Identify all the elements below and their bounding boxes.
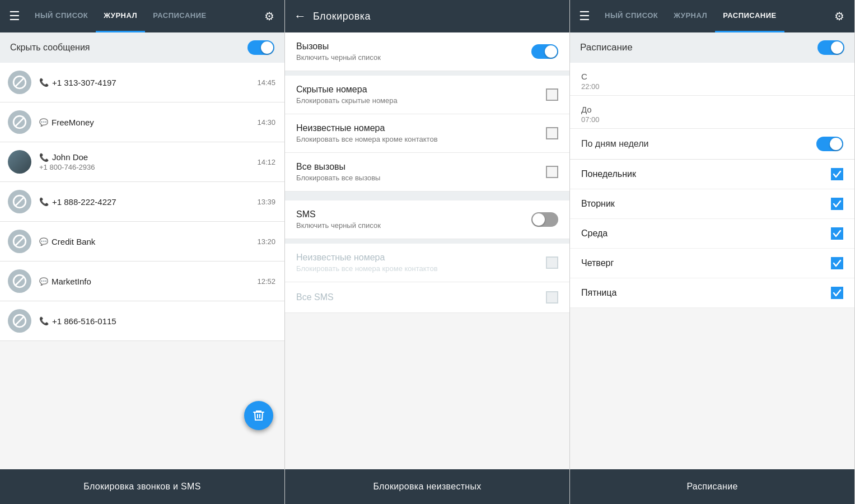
hidden-numbers-checkbox[interactable] bbox=[546, 88, 558, 101]
tab-journal-3[interactable]: ЖУРНАЛ bbox=[666, 0, 715, 32]
hide-messages-label: Скрыть сообщения bbox=[10, 43, 90, 53]
item-sub: +1 800-746-2936 bbox=[39, 163, 249, 171]
all-sms-checkbox[interactable] bbox=[546, 291, 558, 304]
friday-checkbox[interactable] bbox=[831, 287, 843, 299]
day-name-wednesday: Среда bbox=[581, 228, 608, 239]
section-sms[interactable]: SMS Включить черный список bbox=[285, 200, 569, 239]
section-hidden-title: Скрытые номера bbox=[296, 85, 398, 95]
section-unknown-numbers[interactable]: Неизвестные номера Блокировать все номер… bbox=[285, 114, 569, 153]
calls-toggle[interactable] bbox=[531, 44, 558, 59]
svg-line-3 bbox=[15, 118, 24, 126]
item-time: 13:39 bbox=[257, 198, 275, 206]
day-row-friday[interactable]: Пятница bbox=[570, 278, 854, 308]
item-info: 📞 John Doe +1 800-746-2936 bbox=[39, 152, 249, 171]
list-item[interactable]: 📞 +1 313-307-4197 14:45 bbox=[0, 63, 284, 102]
phone-icon: 📞 bbox=[39, 153, 49, 162]
bottombar-2: Блокировка неизвестных bbox=[285, 469, 569, 504]
phone-icon: 📞 bbox=[39, 316, 49, 325]
panel-blocklist: ☰ НЫЙ СПИСОК ЖУРНАЛ РАСПИСАНИЕ ⚙ Скрыть … bbox=[0, 0, 285, 504]
phone-icon: 📞 bbox=[39, 78, 49, 87]
tab-schedule-1[interactable]: РАСПИСАНИЕ bbox=[145, 0, 214, 32]
section-sms-unknown[interactable]: Неизвестные номера Блокировать все номер… bbox=[285, 244, 569, 282]
list-item[interactable]: 💬 Credit Bank 13:20 bbox=[0, 222, 284, 262]
menu-icon-3[interactable]: ☰ bbox=[577, 7, 592, 26]
thursday-checkbox[interactable] bbox=[831, 257, 843, 269]
block-icon bbox=[8, 110, 31, 134]
tab-list-3[interactable]: НЫЙ СПИСОК bbox=[597, 0, 666, 32]
wednesday-checkbox[interactable] bbox=[831, 227, 843, 240]
tab-schedule-3[interactable]: РАСПИСАНИЕ bbox=[715, 0, 784, 32]
item-name: 📞 +1 888-222-4227 bbox=[39, 197, 249, 207]
item-name: 📞 John Doe bbox=[39, 152, 249, 162]
section-calls-title: Вызовы bbox=[296, 41, 381, 52]
sms-icon: 💬 bbox=[39, 277, 48, 286]
svg-line-5 bbox=[15, 197, 24, 206]
list-item[interactable]: 📞 +1 888-222-4227 13:39 bbox=[0, 182, 284, 222]
item-time: 13:20 bbox=[257, 237, 275, 246]
weekdays-toggle[interactable] bbox=[816, 137, 843, 151]
svg-line-9 bbox=[15, 277, 24, 285]
svg-line-1 bbox=[15, 78, 24, 86]
day-row-wednesday[interactable]: Среда bbox=[570, 219, 854, 249]
sms-toggle[interactable] bbox=[531, 212, 558, 227]
section-all-calls[interactable]: Все вызовы Блокировать все вызовы bbox=[285, 153, 569, 192]
block-icon bbox=[8, 309, 31, 333]
topbar-1: ☰ НЫЙ СПИСОК ЖУРНАЛ РАСПИСАНИЕ ⚙ bbox=[0, 0, 284, 32]
item-info: 💬 FreeMoney bbox=[39, 118, 249, 127]
all-calls-checkbox[interactable] bbox=[546, 166, 558, 178]
day-row-monday[interactable]: Понедельник bbox=[570, 160, 854, 189]
by-weekdays-label: По дням недели bbox=[581, 139, 648, 149]
panel1-scroll[interactable]: Скрыть сообщения 📞 +1 313-307-4197 14:45 bbox=[0, 32, 284, 469]
block-icon bbox=[8, 269, 31, 293]
to-time: 07:00 bbox=[581, 115, 843, 124]
monday-checkbox[interactable] bbox=[831, 168, 843, 180]
day-row-thursday[interactable]: Четверг bbox=[570, 249, 854, 278]
item-name: 💬 FreeMoney bbox=[39, 118, 249, 127]
gear-icon-3[interactable]: ⚙ bbox=[831, 7, 848, 25]
item-info: 📞 +1 888-222-4227 bbox=[39, 197, 249, 207]
section-all-sms[interactable]: Все SMS bbox=[285, 282, 569, 313]
section-calls-text: Вызовы Включить черный список bbox=[296, 41, 381, 62]
svg-line-7 bbox=[15, 237, 24, 245]
menu-icon-1[interactable]: ☰ bbox=[7, 7, 22, 26]
unknown-numbers-checkbox[interactable] bbox=[546, 127, 558, 139]
day-row-tuesday[interactable]: Вторник bbox=[570, 189, 854, 219]
tab-journal-1[interactable]: ЖУРНАЛ bbox=[96, 0, 145, 32]
block-icon bbox=[8, 71, 31, 94]
section-all-calls-title: Все вызовы bbox=[296, 162, 380, 172]
back-icon[interactable]: ← bbox=[292, 7, 309, 26]
list-item[interactable]: 💬 FreeMoney 14:30 bbox=[0, 102, 284, 142]
list-item[interactable]: 💬 MarketInfo 12:52 bbox=[0, 262, 284, 301]
from-time-section[interactable]: С 22:00 bbox=[570, 63, 854, 96]
section-hidden-numbers[interactable]: Скрытые номера Блокировать скрытые номер… bbox=[285, 76, 569, 114]
panel2-title: Блокировка bbox=[313, 11, 563, 22]
topbar-3: ☰ НЫЙ СПИСОК ЖУРНАЛ РАСПИСАНИЕ ⚙ bbox=[570, 0, 854, 32]
panel1-content-wrapper: Скрыть сообщения 📞 +1 313-307-4197 14:45 bbox=[0, 32, 284, 469]
fab-delete[interactable] bbox=[244, 401, 273, 430]
hide-messages-toggle[interactable] bbox=[247, 40, 274, 55]
panel-schedule: ☰ НЫЙ СПИСОК ЖУРНАЛ РАСПИСАНИЕ ⚙ Расписа… bbox=[570, 0, 855, 504]
tuesday-checkbox[interactable] bbox=[831, 198, 843, 210]
item-name: 📞 +1 313-307-4197 bbox=[39, 78, 249, 87]
section-all-sms-text: Все SMS bbox=[296, 292, 334, 302]
section-calls[interactable]: Вызовы Включить черный список bbox=[285, 32, 569, 71]
section-all-calls-text: Все вызовы Блокировать все вызовы bbox=[296, 162, 380, 182]
section-unknown-sub: Блокировать все номера кроме контактов bbox=[296, 135, 438, 143]
section-sms-unknown-title: Неизвестные номера bbox=[296, 253, 438, 263]
schedule-toggle[interactable] bbox=[817, 40, 844, 55]
from-time: 22:00 bbox=[581, 82, 843, 91]
gear-icon-1[interactable]: ⚙ bbox=[261, 7, 278, 25]
block-icon bbox=[8, 230, 31, 253]
day-name-monday: Понедельник bbox=[581, 169, 636, 179]
item-time: 14:12 bbox=[257, 158, 275, 166]
item-time: 14:30 bbox=[257, 118, 275, 127]
day-name-tuesday: Вторник bbox=[581, 199, 615, 209]
list-item[interactable]: 📞 John Doe +1 800-746-2936 14:12 bbox=[0, 142, 284, 182]
sms-unknown-checkbox[interactable] bbox=[546, 256, 558, 269]
bottombar-label-1: Блокировка звонков и SMS bbox=[83, 482, 200, 492]
bottombar-1: Блокировка звонков и SMS bbox=[0, 469, 284, 504]
list-item[interactable]: 📞 +1 866-516-0115 bbox=[0, 301, 284, 341]
tab-list-1[interactable]: НЫЙ СПИСОК bbox=[27, 0, 96, 32]
item-name: 💬 Credit Bank bbox=[39, 237, 249, 246]
to-time-section[interactable]: До 07:00 bbox=[570, 96, 854, 129]
